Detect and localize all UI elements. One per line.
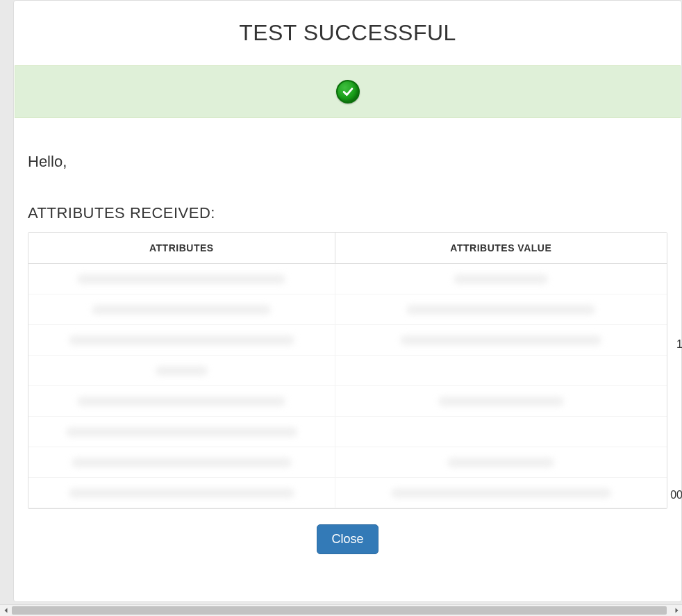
table-row: [28, 325, 667, 356]
table-row: [28, 478, 667, 508]
success-banner: [15, 65, 681, 118]
scroll-left-button[interactable]: [0, 605, 12, 616]
svg-marker-0: [4, 608, 7, 613]
scrollbar-track[interactable]: [12, 605, 670, 616]
value-cell: [335, 417, 667, 447]
attribute-cell: [28, 294, 335, 325]
result-card: TEST SUCCESSFUL Hello, ATTRIBUTES RECEIV…: [13, 0, 682, 602]
value-cell: [335, 386, 667, 417]
attribute-cell: [28, 478, 335, 508]
value-cell: [335, 325, 667, 356]
close-button[interactable]: Close: [317, 524, 378, 554]
scroll-right-button[interactable]: [670, 605, 682, 616]
value-cell: [335, 478, 667, 508]
scrollbar-thumb[interactable]: [12, 606, 667, 615]
value-cell: [335, 356, 667, 386]
table-row: [28, 264, 667, 294]
table-row: [28, 294, 667, 325]
value-cell: [335, 264, 667, 294]
attribute-cell: [28, 356, 335, 386]
column-header-attributes: ATTRIBUTES: [28, 233, 335, 264]
svg-marker-1: [675, 608, 678, 613]
table-row: [28, 386, 667, 417]
attribute-cell: [28, 417, 335, 447]
content-area: Hello, ATTRIBUTES RECEIVED: ATTRIBUTES A…: [14, 118, 681, 561]
page-title: TEST SUCCESSFUL: [14, 20, 681, 46]
table-row: [28, 447, 667, 478]
attribute-cell: [28, 447, 335, 478]
table-row: [28, 417, 667, 447]
value-cell: [335, 294, 667, 325]
horizontal-scrollbar[interactable]: [0, 604, 682, 616]
value-cell: [335, 447, 667, 478]
check-circle-icon: [336, 80, 360, 103]
greeting-text: Hello,: [28, 153, 667, 171]
attributes-table: ATTRIBUTES ATTRIBUTES VALUE: [28, 232, 667, 509]
table-row: [28, 356, 667, 386]
column-header-value: ATTRIBUTES VALUE: [335, 233, 667, 264]
attributes-heading: ATTRIBUTES RECEIVED:: [28, 204, 667, 222]
attribute-cell: [28, 264, 335, 294]
attribute-cell: [28, 325, 335, 356]
attribute-cell: [28, 386, 335, 417]
